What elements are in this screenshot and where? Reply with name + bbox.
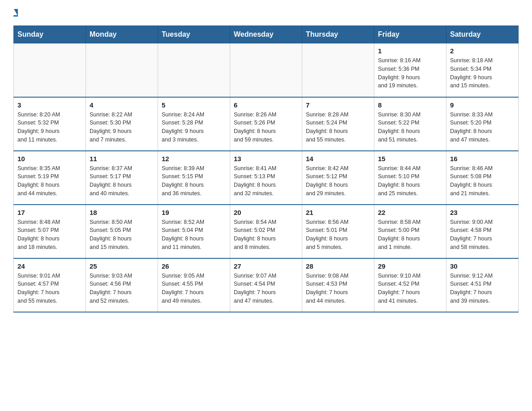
day-number: 3 — [17, 101, 82, 109]
day-number: 12 — [162, 155, 226, 163]
table-row: 6Sunrise: 8:26 AMSunset: 5:26 PMDaylight… — [230, 97, 302, 151]
day-info: Sunrise: 8:58 AMSunset: 5:00 PMDaylight:… — [378, 218, 442, 252]
header-wednesday: Wednesday — [230, 26, 302, 43]
day-number: 15 — [378, 155, 442, 163]
header-friday: Friday — [374, 26, 446, 43]
header-tuesday: Tuesday — [158, 26, 230, 43]
logo-underline — [13, 15, 18, 17]
day-number: 26 — [162, 262, 226, 270]
day-info: Sunrise: 9:05 AMSunset: 4:55 PMDaylight:… — [162, 272, 226, 305]
day-info: Sunrise: 9:07 AMSunset: 4:54 PMDaylight:… — [234, 272, 298, 305]
day-number: 19 — [162, 209, 226, 216]
day-number: 11 — [90, 155, 154, 163]
table-row: 20Sunrise: 8:54 AMSunset: 5:02 PMDayligh… — [230, 205, 302, 258]
day-info: Sunrise: 8:35 AMSunset: 5:19 PMDaylight:… — [17, 164, 82, 198]
table-row: 18Sunrise: 8:50 AMSunset: 5:05 PMDayligh… — [86, 205, 158, 258]
day-number: 1 — [378, 47, 442, 55]
day-info: Sunrise: 9:08 AMSunset: 4:53 PMDaylight:… — [306, 272, 370, 305]
table-row: 16Sunrise: 8:46 AMSunset: 5:08 PMDayligh… — [446, 151, 519, 205]
week-row-4: 17Sunrise: 8:48 AMSunset: 5:07 PMDayligh… — [14, 205, 519, 258]
table-row: 17Sunrise: 8:48 AMSunset: 5:07 PMDayligh… — [14, 205, 86, 258]
header-saturday: Saturday — [446, 26, 519, 43]
calendar-table: SundayMondayTuesdayWednesdayThursdayFrid… — [13, 26, 519, 313]
day-headers-row: SundayMondayTuesdayWednesdayThursdayFrid… — [14, 26, 519, 43]
table-row: 15Sunrise: 8:44 AMSunset: 5:10 PMDayligh… — [374, 151, 446, 205]
table-row — [230, 43, 302, 97]
calendar-body: 1Sunrise: 8:16 AMSunset: 5:36 PMDaylight… — [14, 43, 519, 312]
day-info: Sunrise: 8:37 AMSunset: 5:17 PMDaylight:… — [90, 164, 154, 198]
calendar-header: SundayMondayTuesdayWednesdayThursdayFrid… — [14, 26, 519, 43]
day-number: 17 — [17, 209, 82, 216]
day-info: Sunrise: 8:16 AMSunset: 5:36 PMDaylight:… — [378, 56, 442, 90]
table-row: 19Sunrise: 8:52 AMSunset: 5:04 PMDayligh… — [158, 205, 230, 258]
header-monday: Monday — [86, 26, 158, 43]
week-row-2: 3Sunrise: 8:20 AMSunset: 5:32 PMDaylight… — [14, 97, 519, 151]
day-info: Sunrise: 8:39 AMSunset: 5:15 PMDaylight:… — [162, 164, 226, 198]
day-info: Sunrise: 9:10 AMSunset: 4:52 PMDaylight:… — [378, 272, 442, 305]
table-row: 26Sunrise: 9:05 AMSunset: 4:55 PMDayligh… — [158, 258, 230, 312]
table-row: 23Sunrise: 9:00 AMSunset: 4:58 PMDayligh… — [446, 205, 519, 258]
day-number: 16 — [450, 155, 515, 163]
day-info: Sunrise: 8:44 AMSunset: 5:10 PMDaylight:… — [378, 164, 442, 198]
table-row: 7Sunrise: 8:28 AMSunset: 5:24 PMDaylight… — [302, 97, 374, 151]
day-info: Sunrise: 9:03 AMSunset: 4:56 PMDaylight:… — [90, 272, 154, 305]
table-row — [14, 43, 86, 97]
day-info: Sunrise: 8:24 AMSunset: 5:28 PMDaylight:… — [162, 111, 226, 144]
day-info: Sunrise: 8:20 AMSunset: 5:32 PMDaylight:… — [17, 111, 82, 144]
day-number: 21 — [306, 209, 370, 216]
day-number: 14 — [306, 155, 370, 163]
day-info: Sunrise: 8:42 AMSunset: 5:12 PMDaylight:… — [306, 164, 370, 198]
day-info: Sunrise: 8:30 AMSunset: 5:22 PMDaylight:… — [378, 111, 442, 144]
table-row: 25Sunrise: 9:03 AMSunset: 4:56 PMDayligh… — [86, 258, 158, 312]
day-number: 27 — [234, 262, 298, 270]
table-row: 9Sunrise: 8:33 AMSunset: 5:20 PMDaylight… — [446, 97, 519, 151]
table-row: 13Sunrise: 8:41 AMSunset: 5:13 PMDayligh… — [230, 151, 302, 205]
day-info: Sunrise: 8:54 AMSunset: 5:02 PMDaylight:… — [234, 218, 298, 252]
day-info: Sunrise: 9:00 AMSunset: 4:58 PMDaylight:… — [450, 218, 515, 252]
table-row: 27Sunrise: 9:07 AMSunset: 4:54 PMDayligh… — [230, 258, 302, 312]
table-row: 14Sunrise: 8:42 AMSunset: 5:12 PMDayligh… — [302, 151, 374, 205]
header-sunday: Sunday — [14, 26, 86, 43]
table-row: 3Sunrise: 8:20 AMSunset: 5:32 PMDaylight… — [14, 97, 86, 151]
day-number: 30 — [450, 262, 515, 270]
table-row: 11Sunrise: 8:37 AMSunset: 5:17 PMDayligh… — [86, 151, 158, 205]
table-row: 5Sunrise: 8:24 AMSunset: 5:28 PMDaylight… — [158, 97, 230, 151]
table-row: 2Sunrise: 8:18 AMSunset: 5:34 PMDaylight… — [446, 43, 519, 97]
day-info: Sunrise: 9:01 AMSunset: 4:57 PMDaylight:… — [17, 272, 82, 305]
day-info: Sunrise: 8:48 AMSunset: 5:07 PMDaylight:… — [17, 218, 82, 252]
day-info: Sunrise: 8:33 AMSunset: 5:20 PMDaylight:… — [450, 111, 515, 144]
day-info: Sunrise: 8:18 AMSunset: 5:34 PMDaylight:… — [450, 56, 515, 90]
day-number: 9 — [450, 101, 515, 109]
day-info: Sunrise: 8:28 AMSunset: 5:24 PMDaylight:… — [306, 111, 370, 144]
day-info: Sunrise: 8:46 AMSunset: 5:08 PMDaylight:… — [450, 164, 515, 198]
day-info: Sunrise: 8:56 AMSunset: 5:01 PMDaylight:… — [306, 218, 370, 252]
day-number: 2 — [450, 47, 515, 55]
day-info: Sunrise: 8:22 AMSunset: 5:30 PMDaylight:… — [90, 111, 154, 144]
day-number: 10 — [17, 155, 82, 163]
day-info: Sunrise: 9:12 AMSunset: 4:51 PMDaylight:… — [450, 272, 515, 305]
table-row: 30Sunrise: 9:12 AMSunset: 4:51 PMDayligh… — [446, 258, 519, 312]
day-number: 20 — [234, 209, 298, 216]
table-row — [302, 43, 374, 97]
day-info: Sunrise: 8:26 AMSunset: 5:26 PMDaylight:… — [234, 111, 298, 144]
table-row: 12Sunrise: 8:39 AMSunset: 5:15 PMDayligh… — [158, 151, 230, 205]
day-number: 24 — [17, 262, 82, 270]
day-number: 6 — [234, 101, 298, 109]
day-number: 22 — [378, 209, 442, 216]
table-row: 8Sunrise: 8:30 AMSunset: 5:22 PMDaylight… — [374, 97, 446, 151]
table-row: 4Sunrise: 8:22 AMSunset: 5:30 PMDaylight… — [86, 97, 158, 151]
logo — [13, 9, 18, 17]
week-row-3: 10Sunrise: 8:35 AMSunset: 5:19 PMDayligh… — [14, 151, 519, 205]
table-row: 29Sunrise: 9:10 AMSunset: 4:52 PMDayligh… — [374, 258, 446, 312]
day-number: 23 — [450, 209, 515, 216]
table-row: 22Sunrise: 8:58 AMSunset: 5:00 PMDayligh… — [374, 205, 446, 258]
table-row: 24Sunrise: 9:01 AMSunset: 4:57 PMDayligh… — [14, 258, 86, 312]
week-row-1: 1Sunrise: 8:16 AMSunset: 5:36 PMDaylight… — [14, 43, 519, 97]
table-row: 28Sunrise: 9:08 AMSunset: 4:53 PMDayligh… — [302, 258, 374, 312]
day-number: 13 — [234, 155, 298, 163]
day-number: 18 — [90, 209, 154, 216]
table-row: 1Sunrise: 8:16 AMSunset: 5:36 PMDaylight… — [374, 43, 446, 97]
day-number: 8 — [378, 101, 442, 109]
day-number: 7 — [306, 101, 370, 109]
day-number: 4 — [90, 101, 154, 109]
